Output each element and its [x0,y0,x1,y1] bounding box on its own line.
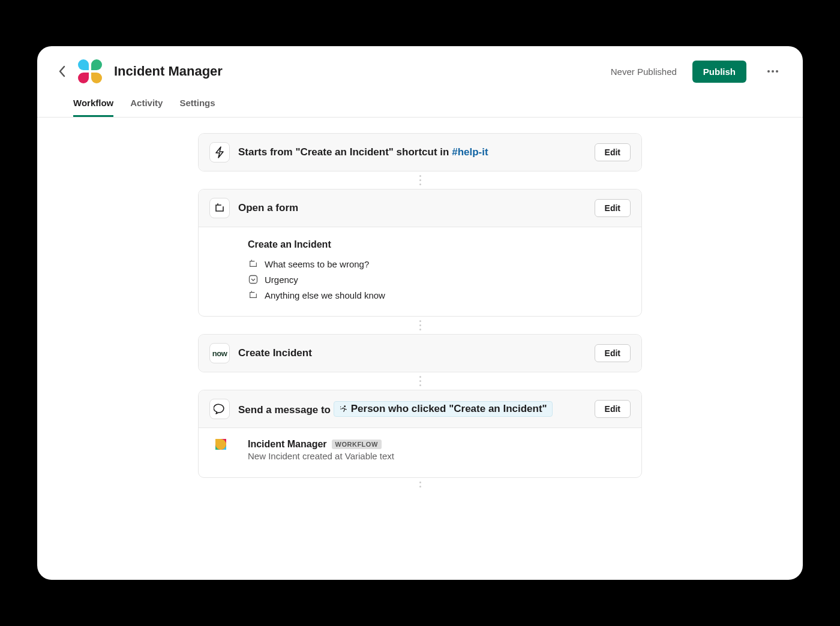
form-field-0: What seems to be wrong? [248,256,631,272]
form-field-label: What seems to be wrong? [265,259,369,269]
form-name: Create an Incident [248,239,631,250]
step-form-header: Open a form Edit [199,189,641,227]
step-create-title: Create Incident [238,347,586,359]
chat-bubble-icon [214,403,226,415]
message-app-name: Incident Manager [248,439,327,450]
workflow-builder-window: Incident Manager Never Published Publish… [37,46,803,580]
svg-point-0 [767,70,770,73]
step-send-message: Send a message to Person who clicked "Cr… [198,390,642,478]
edit-form-button[interactable]: Edit [595,199,631,217]
header: Incident Manager Never Published Publish [37,46,803,83]
tab-activity[interactable]: Activity [130,98,163,117]
step-message-header: Send a message to Person who clicked "Cr… [199,390,641,428]
edit-message-button[interactable]: Edit [595,400,631,418]
publish-button[interactable]: Publish [692,61,746,83]
connector [419,478,421,491]
step-trigger: Starts from "Create an Incident" shortcu… [198,133,642,171]
svg-point-1 [772,70,774,73]
step-create-header: now Create Incident Edit [199,335,641,372]
form-step-icon [209,198,230,218]
step-form: Open a form Edit Create an Incident What… [198,189,642,317]
step-trigger-header: Starts from "Create an Incident" shortcu… [199,134,641,171]
tab-workflow[interactable]: Workflow [73,98,113,117]
text-field-icon [248,290,259,300]
tab-settings[interactable]: Settings [179,98,215,117]
text-field-icon [248,258,259,269]
select-field-icon [248,274,259,285]
message-content: Incident Manager WORKFLOW New Incident c… [248,439,631,463]
servicenow-app-icon: now [209,343,230,363]
page-title: Incident Manager [114,64,223,79]
step-create-incident: now Create Incident Edit [198,334,642,372]
step-form-title: Open a form [238,202,586,214]
message-title-prefix: Send a message to [238,404,334,416]
workflow-canvas: Starts from "Create an Incident" shortcu… [37,118,803,561]
svg-point-4 [344,405,346,407]
workflow-badge: WORKFLOW [332,440,382,449]
message-preview: Incident Manager WORKFLOW New Incident c… [199,428,641,477]
chevron-left-icon [59,65,66,77]
connector [419,171,421,189]
back-button[interactable] [56,65,68,77]
form-field-2: Anything else we should know [248,287,631,303]
lightning-icon [214,146,225,158]
recipient-variable-label: Person who clicked "Create an Incident" [351,403,547,415]
person-running-icon [339,405,347,413]
trigger-channel[interactable]: #help-it [452,146,488,158]
tabs: Workflow Activity Settings [37,83,803,118]
now-logo-text: now [212,349,227,358]
recipient-variable[interactable]: Person who clicked "Create an Incident" [334,401,553,417]
svg-rect-3 [250,276,257,284]
more-actions-button[interactable] [762,61,784,82]
form-field-1: Urgency [248,272,631,287]
form-icon [214,203,225,213]
step-message-title: Send a message to Person who clicked "Cr… [238,401,586,417]
form-field-label: Urgency [265,275,298,285]
step-trigger-title: Starts from "Create an Incident" shortcu… [238,146,586,158]
svg-point-6 [340,408,341,409]
connector [419,372,421,390]
form-field-label: Anything else we should know [265,290,385,300]
message-step-icon [209,399,230,419]
app-logo [78,59,102,83]
message-app-logo [215,439,239,463]
publish-status: Never Published [611,67,677,77]
svg-point-2 [776,70,778,73]
connector [419,317,421,334]
step-form-body: Create an Incident What seems to be wron… [199,227,641,316]
more-horizontal-icon [767,70,779,73]
edit-trigger-button[interactable]: Edit [595,143,631,161]
trigger-text: Starts from "Create an Incident" shortcu… [238,146,452,158]
svg-point-5 [340,407,341,407]
trigger-icon [209,142,230,162]
message-body-text: New Incident created at Variable text [248,451,631,461]
edit-create-button[interactable]: Edit [595,344,631,362]
